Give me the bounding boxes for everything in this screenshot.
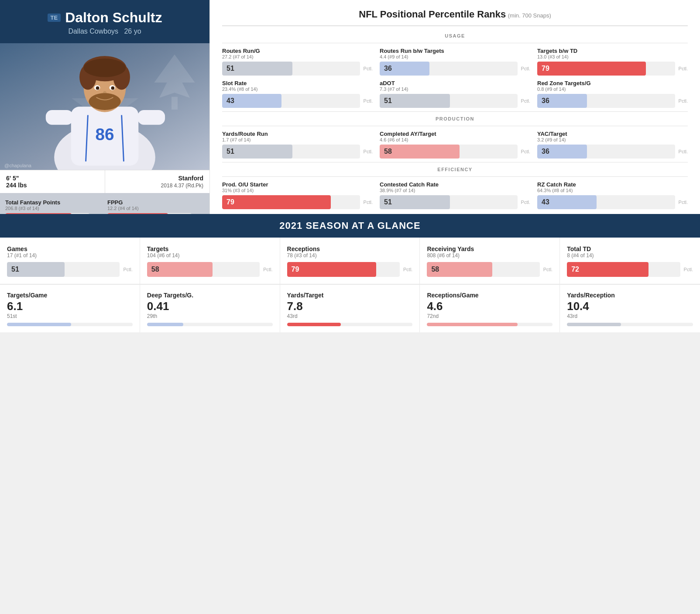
metric-item: Routes Run/G 27.2 (#7 of 14) 51 Pctl. bbox=[222, 48, 373, 76]
bottom-stat-name: Receptions/Game bbox=[427, 292, 552, 299]
percentile-panel: NFL Positional Percentile Ranks (min. 70… bbox=[209, 0, 700, 214]
bar-container: 51 bbox=[222, 145, 360, 159]
pctl-label: Pctl. bbox=[403, 267, 412, 272]
left-stats-grid: Total Fantasy Points 206.8 (#3 of 14) 79… bbox=[0, 193, 209, 214]
stat-name: Total TD bbox=[567, 245, 693, 252]
bar-value: 51 bbox=[11, 266, 19, 273]
usage-grid: Routes Run/G 27.2 (#7 of 14) 51 Pctl. Ro… bbox=[222, 48, 688, 108]
bar-value: 72 bbox=[571, 266, 579, 273]
metric-detail: 7.3 (#7 of 14) bbox=[380, 86, 530, 92]
bottom-bar-container bbox=[287, 323, 413, 326]
bottom-stat-name: Yards/Reception bbox=[567, 292, 693, 299]
bar-container: 51 bbox=[7, 262, 120, 277]
bar-row: 79 Pctl. bbox=[537, 62, 688, 76]
stat-name: Targets bbox=[147, 245, 273, 252]
metric-name: Red Zone Targets/G bbox=[537, 80, 688, 86]
pctl-label: Pctl. bbox=[684, 267, 693, 272]
bar-value: 58 bbox=[431, 266, 439, 273]
bottom-stat-rank: 72nd bbox=[427, 313, 552, 319]
weight-label: 244 lbs bbox=[6, 182, 99, 189]
bottom-bar-fill bbox=[287, 323, 341, 326]
bottom-stat-value: 4.6 bbox=[427, 300, 552, 313]
bar-value: 79 bbox=[542, 65, 549, 72]
player-attrs: 6' 5" 244 lbs Stanford 2018 4.37 (Rd.Pk) bbox=[0, 170, 209, 193]
pctl-label: Pctl. bbox=[543, 267, 552, 272]
bar-container: 36 bbox=[537, 94, 675, 108]
pctl-label: Pctl. bbox=[263, 267, 272, 272]
bottom-bar-container bbox=[7, 323, 133, 326]
svg-point-20 bbox=[84, 59, 126, 77]
pctl-label: Pctl. bbox=[521, 149, 530, 154]
season-stat-item: Total TD 8 (#4 of 14) 72 Pctl. bbox=[560, 238, 700, 284]
bar-row: 72 Pctl. bbox=[567, 262, 693, 277]
metric-name: Slot Rate bbox=[222, 80, 373, 86]
bar-container: 58 bbox=[147, 262, 260, 277]
pctl-label: Pctl. bbox=[364, 98, 373, 103]
bar-container: 79 bbox=[537, 62, 675, 76]
position-badge: TE bbox=[48, 14, 61, 22]
bar-container: 79 bbox=[5, 213, 89, 214]
bar-row: 58 Pctl. bbox=[427, 262, 552, 277]
player-header: TE Dalton Schultz Dallas Cowboys 26 yo bbox=[0, 0, 209, 43]
bottom-stat-item: Deep Targets/G. 0.41 29th bbox=[140, 285, 280, 332]
bar-container: 43 bbox=[537, 195, 675, 209]
player-card: TE Dalton Schultz Dallas Cowboys 26 yo ★ bbox=[0, 0, 209, 214]
metric-item: YAC/Target 3.2 (#9 of 14) 36 Pctl. bbox=[537, 131, 688, 159]
top-section: TE Dalton Schultz Dallas Cowboys 26 yo ★ bbox=[0, 0, 700, 214]
metric-detail: 3.2 (#9 of 14) bbox=[537, 137, 688, 142]
left-stat-item: Total Fantasy Points 206.8 (#3 of 14) 79… bbox=[5, 199, 102, 214]
metric-item: Completed AY/Target 4.6 (#6 of 14) 58 Pc… bbox=[380, 131, 530, 159]
metric-item: Contested Catch Rate 38.9% (#7 of 14) 51… bbox=[380, 181, 530, 209]
bar-value: 58 bbox=[384, 148, 392, 155]
metric-detail: 0.8 (#9 of 14) bbox=[537, 86, 688, 92]
bar-fill bbox=[107, 213, 168, 214]
production-divider2 bbox=[222, 126, 688, 126]
svg-text:86: 86 bbox=[96, 125, 114, 144]
bar-row: 36 Pctl. bbox=[537, 145, 688, 159]
metric-name: Completed AY/Target bbox=[380, 131, 530, 137]
main-container: TE Dalton Schultz Dallas Cowboys 26 yo ★ bbox=[0, 0, 700, 332]
bar-container: 51 bbox=[380, 94, 518, 108]
bar-container: 51 bbox=[222, 62, 360, 76]
height-label: 6' 5" bbox=[6, 175, 99, 182]
stat-rank: 104 (#6 of 14) bbox=[147, 252, 273, 259]
bar-row: 43 Pctl. bbox=[222, 94, 373, 108]
stat-rank: 8 (#4 of 14) bbox=[567, 252, 693, 259]
left-stat-name: Total Fantasy Points bbox=[5, 199, 102, 206]
metric-name: Yards/Route Run bbox=[222, 131, 373, 137]
player-name: Dalton Schultz bbox=[65, 10, 162, 26]
metric-item: Routes Run b/w Targets 4.4 (#9 of 14) 36… bbox=[380, 48, 530, 76]
svg-point-19 bbox=[89, 93, 120, 110]
bar-container: 79 bbox=[287, 262, 400, 277]
metric-name: RZ Catch Rate bbox=[537, 181, 688, 188]
bar-value: 36 bbox=[542, 97, 549, 105]
metric-item: Prod. O/U Starter 31% (#3 of 14) 79 Pctl… bbox=[222, 181, 373, 209]
metric-detail: 64.3% (#8 of 14) bbox=[537, 188, 688, 193]
bottom-stat-name: Targets/Game bbox=[7, 292, 133, 299]
height-weight-box: 6' 5" 244 lbs bbox=[0, 170, 105, 193]
stat-rank: 808 (#6 of 14) bbox=[427, 252, 552, 259]
bar-row: 51 Pctl. bbox=[222, 62, 373, 76]
svg-point-16 bbox=[96, 86, 100, 90]
efficiency-grid: Prod. O/U Starter 31% (#3 of 14) 79 Pctl… bbox=[222, 181, 688, 209]
bar-fill bbox=[287, 262, 376, 277]
bar-row: 43 Pctl. bbox=[537, 195, 688, 209]
draft-label: 2018 4.37 (Rd.Pk) bbox=[111, 183, 204, 189]
bar-container: 36 bbox=[537, 145, 675, 159]
metric-name: aDOT bbox=[380, 80, 530, 86]
season-stat-item: Receiving Yards 808 (#6 of 14) 58 Pctl. bbox=[420, 238, 560, 284]
svg-rect-8 bbox=[137, 110, 165, 125]
metric-name: Targets b/w TD bbox=[537, 48, 688, 54]
panel-title-row: NFL Positional Percentile Ranks (min. 70… bbox=[222, 9, 688, 26]
metric-name: Contested Catch Rate bbox=[380, 181, 530, 188]
svg-rect-7 bbox=[46, 110, 73, 125]
stat-rank: 78 (#3 of 14) bbox=[287, 252, 413, 259]
bottom-stat-item: Yards/Reception 10.4 43rd bbox=[560, 285, 700, 332]
panel-subtitle: (min. 700 Snaps) bbox=[508, 12, 551, 19]
pctl-label: Pctl. bbox=[521, 98, 530, 103]
metric-item: RZ Catch Rate 64.3% (#8 of 14) 43 Pctl. bbox=[537, 181, 688, 209]
panel-title: NFL Positional Percentile Ranks bbox=[359, 9, 506, 20]
bottom-stat-item: Targets/Game 6.1 51st bbox=[0, 285, 140, 332]
bottom-stat-value: 6.1 bbox=[7, 300, 133, 313]
bottom-stat-rank: 51st bbox=[7, 313, 133, 319]
